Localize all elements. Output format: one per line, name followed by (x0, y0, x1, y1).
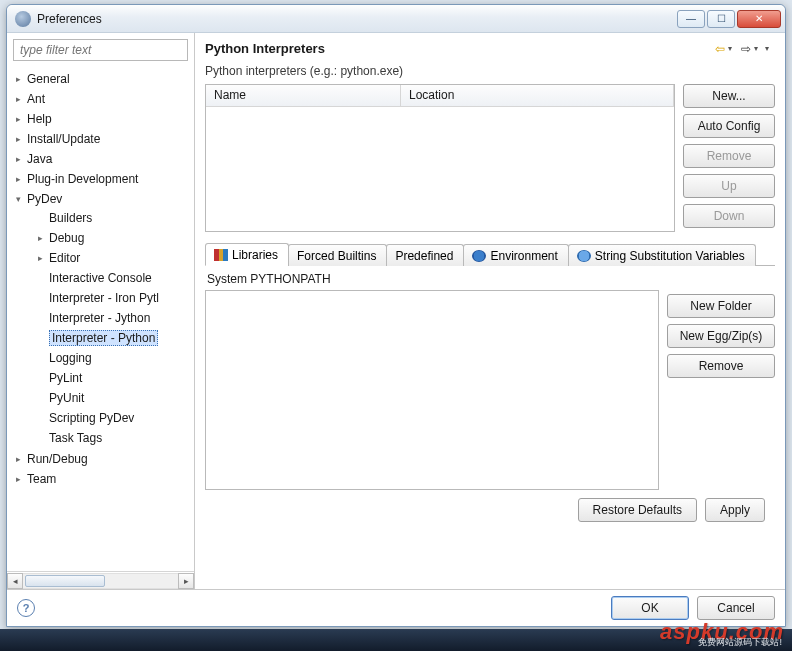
window-buttons: — ☐ ✕ (677, 10, 781, 28)
tree-item-plugin-dev[interactable]: Plug-in Development (7, 169, 194, 189)
tab-bar: Libraries Forced Builtins Predefined Env… (205, 242, 775, 266)
back-icon[interactable]: ⇦ (713, 42, 727, 56)
preferences-window: Preferences — ☐ ✕ General Ant Help Insta… (6, 4, 786, 627)
tree-item-install-update[interactable]: Install/Update (7, 129, 194, 149)
pythonpath-buttons: New Folder New Egg/Zip(s) Remove (667, 290, 775, 490)
expand-icon[interactable] (13, 134, 23, 144)
new-folder-button[interactable]: New Folder (667, 294, 775, 318)
tab-libraries[interactable]: Libraries (205, 243, 289, 266)
preferences-tree[interactable]: General Ant Help Install/Update Java Plu… (7, 67, 194, 571)
remove-interpreter-button[interactable]: Remove (683, 144, 775, 168)
forward-icon[interactable]: ⇨ (739, 42, 753, 56)
window-title: Preferences (37, 12, 677, 26)
expand-icon[interactable] (13, 154, 23, 164)
header-nav: ⇦▾ ⇨▾ ▾ (713, 42, 775, 56)
main-section: Python interpreters (e.g.: python.exe) N… (195, 62, 785, 589)
tree-item-run-debug[interactable]: Run/Debug (7, 449, 194, 469)
remove-path-button[interactable]: Remove (667, 354, 775, 378)
expand-icon[interactable] (35, 253, 45, 263)
environment-icon (472, 250, 486, 262)
scroll-right-icon[interactable]: ▸ (178, 573, 194, 589)
titlebar[interactable]: Preferences — ☐ ✕ (7, 5, 785, 33)
page-footer-buttons: Restore Defaults Apply (205, 490, 775, 522)
libraries-icon (214, 249, 228, 261)
content-header: Python Interpreters ⇦▾ ⇨▾ ▾ (195, 33, 785, 62)
tree-item-task-tags[interactable]: Task Tags (29, 428, 194, 448)
table-header: Name Location (206, 85, 674, 107)
scroll-track[interactable] (23, 573, 178, 589)
tree-item-pyunit[interactable]: PyUnit (29, 388, 194, 408)
column-location[interactable]: Location (401, 85, 674, 106)
content-area: Python Interpreters ⇦▾ ⇨▾ ▾ Python inter… (195, 33, 785, 589)
tree-item-interactive-console[interactable]: Interactive Console (29, 268, 194, 288)
tree-item-ant[interactable]: Ant (7, 89, 194, 109)
dialog-body: General Ant Help Install/Update Java Plu… (7, 33, 785, 589)
pythonpath-list[interactable] (205, 290, 659, 490)
expand-icon[interactable] (13, 454, 23, 464)
tab-predefined[interactable]: Predefined (386, 244, 464, 266)
auto-config-button[interactable]: Auto Config (683, 114, 775, 138)
restore-defaults-button[interactable]: Restore Defaults (578, 498, 697, 522)
tab-string-substitution[interactable]: String Substitution Variables (568, 244, 756, 266)
tree-item-editor[interactable]: Editor (29, 248, 194, 268)
sidebar: General Ant Help Install/Update Java Plu… (7, 33, 195, 589)
view-menu-icon[interactable]: ▾ (765, 44, 769, 53)
new-egg-zip-button[interactable]: New Egg/Zip(s) (667, 324, 775, 348)
pythonpath-area: New Folder New Egg/Zip(s) Remove (205, 290, 775, 490)
interpreters-area: Name Location New... Auto Config Remove … (205, 84, 775, 232)
forward-menu-icon[interactable]: ▾ (754, 44, 758, 53)
ok-button[interactable]: OK (611, 596, 689, 620)
interpreter-buttons: New... Auto Config Remove Up Down (683, 84, 775, 232)
filter-container (13, 39, 188, 61)
scroll-left-icon[interactable]: ◂ (7, 573, 23, 589)
expand-icon[interactable] (13, 74, 23, 84)
tree-item-java[interactable]: Java (7, 149, 194, 169)
watermark-subtitle: 免费网站源码下载站! (698, 636, 782, 649)
page-title: Python Interpreters (205, 41, 713, 56)
tree-item-general[interactable]: General (7, 69, 194, 89)
tree-item-pydev[interactable]: PyDev Builders Debug Editor Interactive … (7, 189, 194, 449)
expand-icon[interactable] (13, 114, 23, 124)
sidebar-scrollbar[interactable]: ◂ ▸ (7, 571, 194, 589)
tree-item-interpreter-jython[interactable]: Interpreter - Jython (29, 308, 194, 328)
maximize-button[interactable]: ☐ (707, 10, 735, 28)
apply-button[interactable]: Apply (705, 498, 765, 522)
column-name[interactable]: Name (206, 85, 401, 106)
back-menu-icon[interactable]: ▾ (728, 44, 732, 53)
expand-icon[interactable] (35, 233, 45, 243)
variables-icon (577, 250, 591, 262)
tree-item-builders[interactable]: Builders (29, 208, 194, 228)
tree-item-interpreter-python[interactable]: Interpreter - Python (29, 328, 194, 348)
tab-forced-builtins[interactable]: Forced Builtins (288, 244, 387, 266)
tree-item-debug[interactable]: Debug (29, 228, 194, 248)
expand-icon[interactable] (13, 94, 23, 104)
tab-environment[interactable]: Environment (463, 244, 568, 266)
expand-icon[interactable] (13, 174, 23, 184)
filter-input[interactable] (13, 39, 188, 61)
scroll-thumb[interactable] (25, 575, 105, 587)
section-description: Python interpreters (e.g.: python.exe) (205, 64, 775, 78)
ok-cancel-group: OK Cancel (611, 596, 775, 620)
up-button[interactable]: Up (683, 174, 775, 198)
expand-icon[interactable] (13, 474, 23, 484)
tree-item-help[interactable]: Help (7, 109, 194, 129)
tree-item-scripting-pydev[interactable]: Scripting PyDev (29, 408, 194, 428)
pythonpath-label: System PYTHONPATH (207, 272, 775, 286)
tree-item-pylint[interactable]: PyLint (29, 368, 194, 388)
interpreters-table[interactable]: Name Location (205, 84, 675, 232)
down-button[interactable]: Down (683, 204, 775, 228)
collapse-icon[interactable] (13, 194, 23, 204)
new-button[interactable]: New... (683, 84, 775, 108)
eclipse-icon (15, 11, 31, 27)
tree-item-interpreter-ironpython[interactable]: Interpreter - Iron Pytl (29, 288, 194, 308)
tabs-container: Libraries Forced Builtins Predefined Env… (205, 242, 775, 490)
help-icon[interactable]: ? (17, 599, 35, 617)
close-button[interactable]: ✕ (737, 10, 781, 28)
tree-item-logging[interactable]: Logging (29, 348, 194, 368)
cancel-button[interactable]: Cancel (697, 596, 775, 620)
minimize-button[interactable]: — (677, 10, 705, 28)
tree-item-team[interactable]: Team (7, 469, 194, 489)
